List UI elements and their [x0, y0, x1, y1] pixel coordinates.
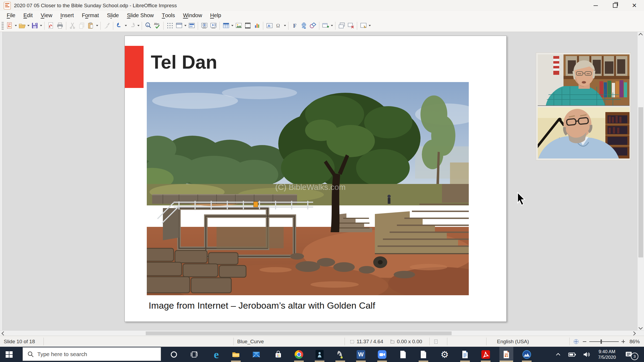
scroll-left-button[interactable] — [1, 331, 6, 336]
scroll-right-button[interactable] — [631, 331, 636, 336]
undo-button[interactable] — [115, 21, 124, 31]
slide-caption[interactable]: Image from Internet – Jeroboam’s altar w… — [149, 300, 375, 311]
paste-button[interactable] — [86, 21, 95, 31]
zoom-in-button[interactable] — [621, 336, 625, 347]
taskbar-notepad[interactable] — [396, 347, 410, 362]
delete-slide-button[interactable] — [346, 21, 355, 31]
start-current-slide-button[interactable] — [209, 21, 218, 31]
menu-format[interactable]: Format — [78, 11, 103, 20]
cursor-position-cell[interactable]: 11.37 / 4.64 — [350, 336, 383, 347]
menu-view[interactable]: View — [37, 11, 56, 20]
vertical-scrollbar[interactable] — [637, 32, 644, 330]
taskbar-writer[interactable] — [458, 347, 472, 362]
menu-insert[interactable]: Insert — [56, 11, 78, 20]
open-button[interactable] — [17, 21, 27, 31]
copy-button[interactable] — [77, 21, 86, 31]
insert-media-button[interactable] — [243, 21, 252, 31]
insert-table-dropdown[interactable] — [230, 21, 234, 31]
taskbar-file-explorer[interactable] — [229, 347, 243, 362]
clone-formatting-button[interactable] — [102, 21, 111, 31]
menu-window[interactable]: Window — [179, 11, 206, 20]
save-button[interactable] — [30, 21, 39, 31]
slide-layout-button[interactable] — [359, 21, 368, 31]
tray-battery[interactable] — [566, 347, 579, 362]
close-button[interactable]: ✕ — [625, 0, 644, 11]
new-slide-button[interactable] — [321, 21, 330, 31]
start-first-slide-button[interactable] — [200, 21, 209, 31]
scroll-down-button[interactable] — [638, 325, 643, 330]
taskbar-mail[interactable] — [249, 347, 263, 362]
draw-functions-button[interactable] — [308, 21, 317, 31]
slide-photo[interactable]: (C) BibleWalks.com — [147, 82, 469, 295]
object-size-cell[interactable]: 0.00 x 0.00 — [390, 336, 422, 347]
find-replace-button[interactable]: a — [144, 21, 153, 31]
taskbar-chrome[interactable] — [292, 347, 306, 362]
special-character-button[interactable]: Ω — [274, 21, 283, 31]
insert-chart-button[interactable] — [252, 21, 261, 31]
display-grid-button[interactable] — [165, 21, 174, 31]
redo-button[interactable] — [127, 21, 137, 31]
hyperlink-button[interactable] — [299, 21, 308, 31]
slide-accent-bar[interactable] — [125, 46, 144, 88]
insert-image-button[interactable] — [234, 21, 243, 31]
text-language[interactable]: English (USA) — [497, 336, 529, 347]
fontwork-button[interactable]: F — [290, 21, 299, 31]
insert-text-box-button[interactable]: A — [265, 21, 274, 31]
paste-dropdown[interactable] — [95, 21, 99, 31]
zoom-level[interactable]: 86% — [630, 336, 640, 347]
undo-dropdown[interactable] — [124, 21, 127, 31]
save-dropdown[interactable] — [39, 21, 43, 31]
vertical-scroll-thumb[interactable] — [638, 107, 643, 257]
taskbar-acrobat[interactable] — [479, 347, 493, 362]
spelling-button[interactable]: Abc — [153, 21, 162, 31]
open-dropdown[interactable] — [27, 21, 30, 31]
menu-help[interactable]: Help — [206, 11, 225, 20]
slide-title[interactable]: Tel Dan — [151, 51, 217, 73]
taskbar-kindle[interactable] — [313, 347, 327, 362]
taskbar-search[interactable] — [23, 347, 161, 361]
new-document-button[interactable] — [5, 21, 14, 31]
taskbar-nordvpn[interactable] — [520, 347, 534, 362]
menu-file[interactable]: File — [3, 11, 19, 20]
zoom-slider-thumb[interactable] — [601, 339, 602, 344]
taskbar-capture-tool[interactable] — [333, 347, 347, 362]
tray-show-hidden-icons[interactable] — [552, 347, 564, 362]
redo-dropdown[interactable] — [137, 21, 140, 31]
display-views-button[interactable] — [174, 21, 184, 31]
slide-layout-dropdown[interactable] — [368, 21, 371, 31]
horizontal-scroll-thumb[interactable] — [146, 331, 452, 335]
menu-edit[interactable]: Edit — [19, 11, 36, 20]
taskbar-libreoffice-document[interactable] — [416, 347, 430, 362]
webcam-feed-bottom[interactable] — [538, 107, 630, 159]
zoom-out-button[interactable] — [583, 336, 586, 347]
new-document-dropdown[interactable] — [14, 21, 17, 31]
taskbar-edge[interactable]: e — [209, 347, 223, 362]
print-button[interactable] — [55, 21, 64, 31]
slide-indicator[interactable]: Slide 10 of 18 — [4, 336, 35, 347]
special-character-dropdown[interactable] — [283, 21, 287, 31]
start-button[interactable] — [0, 347, 18, 362]
slide-canvas[interactable]: Tel Dan — [125, 36, 507, 322]
new-slide-dropdown[interactable] — [330, 21, 334, 31]
export-pdf-button[interactable] — [46, 21, 55, 31]
tray-notifications[interactable]: 3 — [622, 347, 641, 362]
menu-tools[interactable]: Tools — [158, 11, 179, 20]
insert-table-button[interactable] — [221, 21, 230, 31]
taskbar-task-view[interactable] — [187, 347, 201, 362]
taskbar-impress-active[interactable] — [499, 347, 513, 362]
scroll-up-button[interactable] — [638, 32, 643, 37]
search-input[interactable] — [37, 351, 145, 358]
taskbar-zoom[interactable] — [375, 347, 389, 362]
menu-slide[interactable]: Slide — [103, 11, 123, 20]
restore-button[interactable] — [605, 0, 625, 11]
toolbar-drag-handle[interactable] — [2, 21, 4, 30]
taskbar-store[interactable] — [271, 347, 285, 362]
webcam-feed-top[interactable] — [538, 54, 630, 106]
cut-button[interactable] — [68, 21, 77, 31]
zoom-slider[interactable] — [589, 336, 619, 347]
horizontal-scrollbar[interactable] — [0, 330, 644, 336]
collapsed-panel-strip[interactable] — [0, 32, 3, 330]
zoom-slider-track[interactable] — [589, 341, 619, 342]
display-views-dropdown[interactable] — [184, 21, 187, 31]
taskbar-word[interactable]: W — [354, 347, 368, 362]
